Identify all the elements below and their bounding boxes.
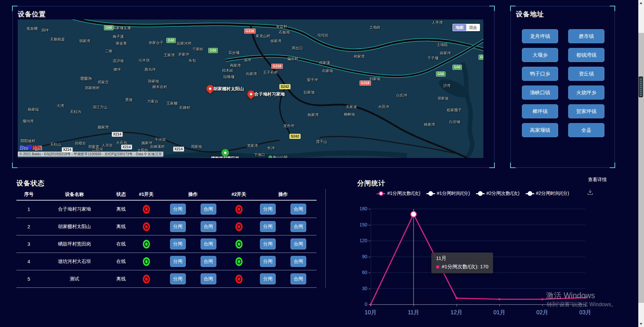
close-switch-button[interactable]: 合闸 xyxy=(201,221,216,232)
table-row: 1合子坳村习家坳离线分闸合闸分闸合闸 xyxy=(16,201,317,218)
y-axis-tick xyxy=(369,225,370,225)
map-place-label: 路家坪 xyxy=(440,51,451,56)
table-row: 5测试离线分闸合闸分闸合闸 xyxy=(16,270,317,288)
table-header-cell: #2开关 xyxy=(228,192,250,198)
map-place-label: 人手湾 xyxy=(432,20,443,25)
map-type-toggle: 地图混合 xyxy=(452,24,480,31)
address-button[interactable]: 高家堰镇 xyxy=(522,123,558,137)
road-shield-s242: S242 xyxy=(289,134,301,139)
close-switch-button[interactable]: 合闸 xyxy=(201,204,216,215)
scroll-down-arrow-icon[interactable] xyxy=(640,323,642,325)
chart-legend: #1分闸次数/(次)#1分闸时间/(分)#2分闸次数/(次)#2分闸时间/(分) xyxy=(356,190,590,197)
address-button[interactable]: 榔坪镇 xyxy=(522,104,558,118)
table-cell: 胡家棚村太阳山 xyxy=(41,224,108,230)
table-cell: 1 xyxy=(16,207,41,212)
switch-status-indicator-red xyxy=(235,205,243,214)
legend-item[interactable]: #2分闸次数/(次) xyxy=(476,190,520,197)
map-place-label: 石板坳 xyxy=(279,30,290,35)
address-button[interactable]: 资丘镇 xyxy=(568,67,604,81)
tooltip-series-dot xyxy=(436,265,439,269)
address-button[interactable]: 都镇湾镇 xyxy=(568,48,604,62)
legend-item[interactable]: #1分闸时间/(分) xyxy=(426,190,470,197)
y-axis-tick xyxy=(369,209,370,209)
switch-status-indicator-red xyxy=(235,275,243,283)
address-button[interactable]: 全县 xyxy=(568,123,604,137)
chart-tooltip: 11月 #1分闸次数/(次): 170 xyxy=(431,253,493,273)
open-switch-button[interactable]: 分闸 xyxy=(260,238,276,250)
table-cell-switch xyxy=(135,240,158,249)
map-place-label: 管家坡 xyxy=(437,96,448,101)
y-axis-tick xyxy=(369,305,370,305)
map-place-label: 四橙岩 xyxy=(75,141,86,146)
x-axis-tick-label: 12月 xyxy=(446,309,467,316)
dashboard-page: 设备位置 笔架槽洞坪天鹅抱蛋胡家湾高家堰互通梅子溪紫金寨二墩流沙坡沁水坝腰坪 xyxy=(0,0,644,327)
road-shield-s242: S242 xyxy=(279,84,290,89)
map-place-label: 彭家垴 xyxy=(304,90,315,95)
open-switch-button[interactable]: 分闸 xyxy=(260,273,276,284)
baidu-paw-icon xyxy=(28,145,32,150)
address-button[interactable]: 龙舟坪镇 xyxy=(522,29,558,43)
switch-status-indicator-green xyxy=(143,257,150,266)
close-switch-button[interactable]: 合闸 xyxy=(290,256,306,267)
legend-item[interactable]: #1分闸次数/(次) xyxy=(377,190,420,197)
park-label: 南山公园 xyxy=(269,155,287,158)
table-cell-actions: 分闸合闸 xyxy=(158,256,228,267)
close-switch-button[interactable]: 合闸 xyxy=(290,238,306,250)
map-place-label: 后峰溪村 xyxy=(150,144,165,149)
baidu-logo[interactable]: Bai地图 xyxy=(19,144,42,151)
device-address-grid: 龙舟坪镇磨市镇大堰乡都镇湾镇鸭子口乡资丘镇渔峡口镇火烧坪乡榔坪镇贺家坪镇高家堰镇… xyxy=(522,29,604,137)
open-switch-button[interactable]: 分闸 xyxy=(260,221,276,232)
road-shield-x214: X214 xyxy=(173,147,184,152)
legend-item[interactable]: #2分闸时间/(分) xyxy=(526,190,569,197)
map-place-label: 罗家坪 xyxy=(178,52,189,57)
tooltip-value: #1分闸次数/(次): 170 xyxy=(442,264,488,270)
table-cell-actions: 分闸合闸 xyxy=(158,221,228,232)
y-axis-tick-label: 60 xyxy=(349,270,367,275)
view-details-link[interactable]: 查看详情 xyxy=(588,177,607,183)
map-place-label: 二墩 xyxy=(105,49,112,54)
table-cell: 合子坳村习家坳 xyxy=(41,206,108,212)
open-switch-button[interactable]: 分闸 xyxy=(170,256,186,267)
open-switch-button[interactable]: 分闸 xyxy=(260,204,276,215)
close-switch-button[interactable]: 合闸 xyxy=(290,273,306,284)
map-type-satellite-button[interactable]: 混合 xyxy=(466,24,480,31)
scroll-up-arrow-icon[interactable] xyxy=(640,2,642,4)
address-button[interactable]: 贺家坪镇 xyxy=(568,104,604,118)
open-switch-button[interactable]: 分闸 xyxy=(170,238,186,250)
x-axis-tick-label: 10月 xyxy=(360,309,381,316)
panel-corner xyxy=(510,163,516,168)
open-switch-button[interactable]: 分闸 xyxy=(170,273,186,284)
close-switch-button[interactable]: 合闸 xyxy=(201,238,216,250)
scroll-indicator xyxy=(639,76,643,97)
close-switch-button[interactable]: 合闸 xyxy=(290,221,306,232)
map-type-map-button[interactable]: 地图 xyxy=(453,24,466,31)
table-cell-actions: 分闸合闸 xyxy=(250,273,317,284)
map-place-label: 百步堰 xyxy=(228,50,239,55)
map-place-label: 林家湾 xyxy=(424,122,435,127)
table-cell: 晒鼓坪村荒田岗 xyxy=(41,241,108,247)
switch-status-indicator-red xyxy=(143,275,150,283)
baidu-map[interactable]: 笔架槽洞坪天鹅抱蛋胡家湾高家堰互通梅子溪紫金寨二墩流沙坡沁水坝腰坪跑马坪渡家沟邓… xyxy=(18,19,483,158)
address-button[interactable]: 鸭子口乡 xyxy=(522,67,558,81)
map-place-label: 冉家湾 xyxy=(230,63,241,68)
map-place-label: 吴家坡 xyxy=(346,104,357,109)
address-button[interactable]: 大堰乡 xyxy=(522,48,558,62)
open-switch-button[interactable]: 分闸 xyxy=(260,256,276,267)
close-switch-button[interactable]: 合闸 xyxy=(201,273,216,284)
page-scrollbar[interactable] xyxy=(638,0,644,327)
address-button[interactable]: 火烧坪乡 xyxy=(568,86,604,100)
x-axis-tick xyxy=(457,305,457,306)
switch-status-indicator-red xyxy=(143,205,150,214)
map-place-label: 干子堰 xyxy=(427,56,438,61)
close-switch-button[interactable]: 合闸 xyxy=(201,256,216,267)
close-switch-button[interactable]: 合闸 xyxy=(290,204,306,215)
x-axis-tick-label: 03月 xyxy=(575,309,596,316)
map-place-label: 堰沟湾 xyxy=(22,119,34,124)
scrollbar-thumb[interactable] xyxy=(638,33,644,303)
address-button[interactable]: 渔峡口镇 xyxy=(522,86,558,100)
map-place-label: 邓家庄 xyxy=(98,80,109,85)
open-switch-button[interactable]: 分闸 xyxy=(170,204,186,215)
open-switch-button[interactable]: 分闸 xyxy=(170,221,186,232)
table-cell-actions: 分闸合闸 xyxy=(158,238,228,250)
address-button[interactable]: 磨市镇 xyxy=(568,29,604,43)
